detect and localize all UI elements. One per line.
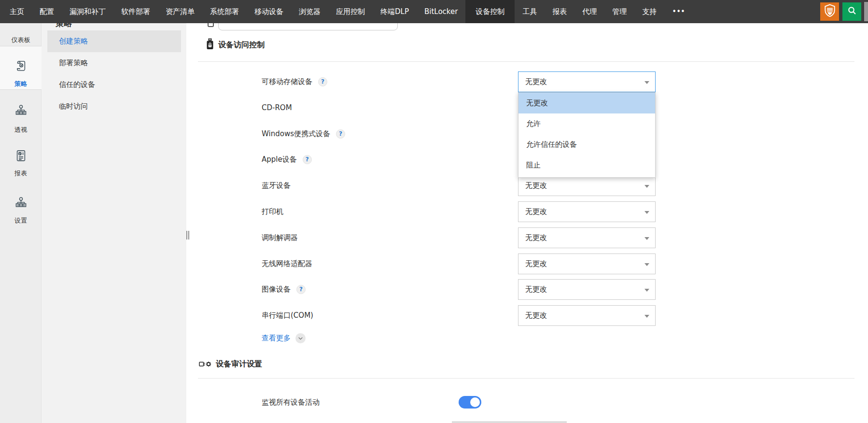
dropdown-caret-icon [644,263,649,266]
top-nav-items: 主页配置漏洞和补丁软件部署资产清单系统部署移动设备浏览器应用控制终端DLPBit… [2,0,868,23]
device-type-text: 串行端口(COM) [262,311,313,320]
device-row-label-3: Apple设备? [262,154,312,165]
search-icon [846,5,858,18]
nav-item-1[interactable]: 配置 [32,0,62,23]
policy-sidebar: 策略 创建策略部署策略信任的设备临时访问 [42,23,186,423]
access-dropdown-6[interactable]: 无更改 [518,227,656,248]
nav-item-14[interactable]: 代理 [574,0,604,23]
device-row-label-5: 打印机 [262,206,283,217]
nav-item-2[interactable]: 漏洞和补丁 [62,0,113,23]
policy-icon [0,59,42,72]
rail-item-label: 报表 [0,169,42,178]
device-type-text: 无线网络适配器 [262,259,312,268]
clipped-next-field [452,422,567,423]
view-more-link[interactable]: 查看更多 [262,333,306,343]
device-type-text: Apple设备 [262,155,297,164]
sidebar-item-0[interactable]: 创建策略 [47,30,181,52]
dropdown-value: 无更改 [525,311,547,320]
module-rail: 仪表板 策略 透视 报表 设置 [0,23,42,423]
dropdown-caret-icon [644,81,649,84]
sidebar-item-2[interactable]: 信任的设备 [47,74,181,96]
section-divider-2 [198,378,854,379]
device-row-label-8: 图像设备? [262,283,306,295]
sidebar-resize-grip[interactable] [186,231,191,240]
dropdown-value: 无更改 [525,233,547,242]
device-audit-section-title: 设备审计设置 [216,359,262,369]
dropdown-option-0[interactable]: 无更改 [518,93,655,113]
help-icon[interactable]: ? [318,77,327,86]
device-row-label-7: 无线网络适配器 [262,258,312,269]
access-dropdown-5[interactable]: 无更改 [518,201,656,222]
dropdown-options-menu: 无更改允许允许信任的设备阻止 [518,92,656,178]
device-row-label-9: 串行端口(COM) [262,310,313,321]
nav-item-6[interactable]: 移动设备 [247,0,291,23]
access-dropdown-7[interactable]: 无更改 [518,254,656,274]
dropdown-caret-icon [644,185,649,188]
nav-item-8[interactable]: 应用控制 [328,0,373,23]
device-type-text: Windows便携式设备 [262,129,330,139]
dropdown-option-3[interactable]: 阻止 [518,155,655,176]
view-more-label: 查看更多 [262,334,291,343]
reports-icon [0,149,42,162]
device-row-label-2: Windows便携式设备? [262,128,345,140]
device-access-section-title: 设备访问控制 [218,40,265,50]
global-search-button[interactable] [842,2,861,21]
dropdown-option-1[interactable]: 允许 [518,113,655,134]
device-type-text: 蓝牙设备 [262,181,291,190]
shield-icon [824,4,836,19]
nav-item-0[interactable]: 主页 [2,0,32,23]
nav-item-7[interactable]: 浏览器 [291,0,328,23]
rail-item-label: 透视 [0,126,42,134]
help-icon[interactable]: ? [296,285,306,294]
rail-item-label: 设置 [0,216,42,225]
device-row-label-6: 调制解调器 [262,232,298,243]
device-type-text: CD-ROM [262,103,292,112]
monitor-activity-toggle[interactable] [459,396,481,409]
nav-item-16[interactable]: 支持 [634,0,664,23]
device-row-label-4: 蓝牙设备 [262,180,291,191]
nav-item-4[interactable]: 资产清单 [158,0,202,23]
rail-item-label: 策略 [0,80,42,88]
nav-item-5[interactable]: 系统部署 [202,0,247,23]
access-dropdown-4[interactable]: 无更改 [518,175,656,196]
device-audit-icon [199,360,212,370]
sidebar-item-3[interactable]: 临时访问 [47,96,181,117]
top-nav: 主页配置漏洞和补丁软件部署资产清单系统部署移动设备浏览器应用控制终端DLPBit… [0,0,868,23]
device-type-text: 可移动存储设备 [262,77,312,86]
nav-item-15[interactable]: 管理 [604,0,634,23]
device-type-text: 调制解调器 [262,233,298,242]
nav-item-12[interactable]: 工具 [515,0,545,23]
monitor-activity-label: 监视所有设备活动 [262,396,320,408]
settings-icon [0,196,42,209]
help-icon[interactable]: ? [303,155,312,164]
sidebar-item-1[interactable]: 部署策略 [47,52,181,74]
nav-item-10[interactable]: BitLocker [417,0,465,23]
nav-item-17[interactable]: ••• [664,0,693,23]
dropdown-caret-icon [644,289,649,292]
nav-item-13[interactable]: 报表 [545,0,574,23]
access-dropdown-0[interactable]: 无更改 [518,71,656,92]
chevron-down-icon [295,333,306,343]
device-type-text: 打印机 [262,207,283,216]
dropdown-value: 无更改 [525,181,547,190]
security-shield-button[interactable] [820,2,839,21]
dropdown-caret-icon [644,315,649,318]
top-nav-actions [820,2,861,21]
help-icon[interactable]: ? [336,129,345,139]
access-dropdown-8[interactable]: 无更改 [518,279,656,300]
device-type-text: 图像设备 [262,285,291,294]
dropdown-value: 无更改 [525,285,547,294]
dropdown-value: 无更改 [525,207,547,216]
nav-item-3[interactable]: 软件部署 [113,0,158,23]
dropdown-caret-icon [644,237,649,240]
page-scrollbar-thumb[interactable] [864,2,868,21]
dropdown-option-2[interactable]: 允许信任的设备 [518,134,655,155]
rail-item-label: 仪表板 [0,36,42,44]
dropdown-value: 无更改 [525,77,547,86]
insights-icon [0,104,42,117]
access-dropdown-9[interactable]: 无更改 [518,305,656,326]
nav-item-11[interactable]: 设备控制 [465,0,515,23]
device-row-label-1: CD-ROM [262,102,292,113]
device-control-page: 主页配置漏洞和补丁软件部署资产清单系统部署移动设备浏览器应用控制终端DLPBit… [0,0,868,423]
nav-item-9[interactable]: 终端DLP [373,0,417,23]
